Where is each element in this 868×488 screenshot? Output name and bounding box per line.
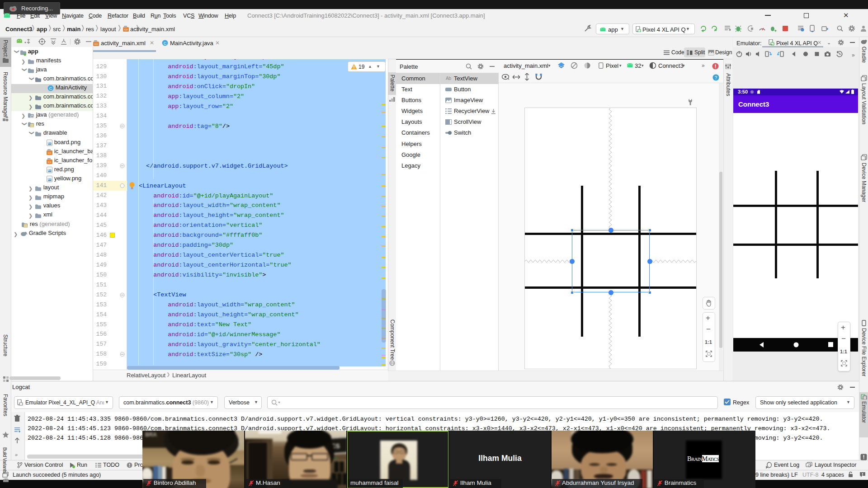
svg-text:C: C	[49, 86, 52, 91]
svg-text:<>: <>	[94, 42, 98, 46]
svg-text:?: ?	[715, 75, 717, 80]
svg-text:<>: <>	[124, 28, 127, 31]
svg-text:<>: <>	[47, 151, 51, 155]
svg-text:Ab: Ab	[446, 76, 452, 81]
svg-text:<>: <>	[47, 160, 51, 164]
svg-text:C: C	[164, 41, 167, 46]
